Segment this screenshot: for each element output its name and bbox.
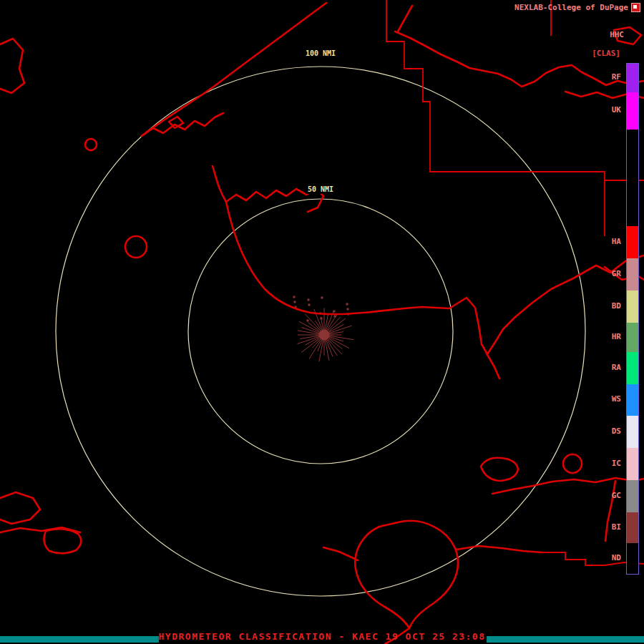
shoreline-right-edge bbox=[605, 481, 615, 541]
legend-swatch-UK bbox=[627, 92, 638, 130]
shape-bottomleft bbox=[0, 492, 40, 524]
legend-swatch-HA bbox=[627, 226, 638, 258]
echo-speck bbox=[333, 311, 335, 312]
lake-circle-small bbox=[85, 139, 97, 150]
legend-label-GC: GC bbox=[612, 492, 621, 500]
echo-ray bbox=[326, 336, 353, 340]
echo-speck bbox=[307, 320, 308, 321]
legend-swatch-BD bbox=[627, 291, 638, 323]
status-bar: HYDROMETEOR CLASSIFICATION - KAEC 19 OCT… bbox=[0, 631, 644, 644]
shoreline-bottomright bbox=[492, 478, 644, 494]
legend-label-BD: BD bbox=[612, 302, 621, 311]
cod-logo-icon bbox=[631, 3, 640, 12]
echo-speck bbox=[347, 308, 348, 310]
brand-title: NEXLAB-College of DuPage bbox=[514, 3, 628, 12]
echo-speck bbox=[293, 296, 295, 298]
legend-label-WS: WS bbox=[612, 395, 621, 404]
legend-swatch-ND bbox=[627, 543, 638, 574]
legend-swatch-BI bbox=[627, 512, 638, 543]
legend-swatch-gap bbox=[627, 130, 638, 226]
lake-outline bbox=[355, 521, 458, 628]
legend-label-RF: RF bbox=[612, 73, 621, 82]
coastline-spur-top bbox=[398, 6, 412, 31]
legend-swatch-RA bbox=[627, 352, 638, 384]
lake-circle-mid bbox=[125, 236, 147, 258]
echo-speck bbox=[321, 297, 323, 298]
radar-viewport: NEXLAB-College of DuPage HHC [CLAS] 100 … bbox=[0, 0, 644, 644]
legend-swatch-RF bbox=[627, 64, 638, 92]
legend-label-RA: RA bbox=[612, 364, 621, 372]
ring-label-50nmi: 50 NMI bbox=[306, 185, 336, 194]
legend-label-BI: BI bbox=[612, 523, 621, 532]
echo-ray bbox=[319, 337, 324, 361]
radar-map bbox=[0, 0, 644, 644]
echo-core bbox=[319, 330, 329, 340]
shoreline-lake-east bbox=[457, 546, 542, 552]
legend-swatch-GR bbox=[627, 258, 638, 291]
product-code-label: HHC bbox=[610, 30, 624, 39]
legend-swatch-GC bbox=[627, 480, 638, 512]
echo-speck bbox=[308, 304, 310, 306]
legend-label-HA: HA bbox=[612, 238, 621, 246]
coastline-arc-topleft bbox=[142, 3, 326, 136]
echo-ray bbox=[305, 314, 323, 333]
legend-label-DS: DS bbox=[612, 427, 621, 436]
echo-ray bbox=[325, 337, 329, 361]
lake-bottomleft bbox=[44, 529, 81, 553]
coastline-inlet-spur bbox=[487, 353, 499, 379]
legend-swatch-HR bbox=[627, 323, 638, 352]
lake-circle-right bbox=[563, 454, 582, 473]
status-rule-left bbox=[0, 636, 159, 643]
echo-speck bbox=[334, 316, 336, 317]
echo-ray bbox=[309, 337, 323, 359]
legend-swatch-IC bbox=[627, 448, 638, 480]
echo-ray bbox=[298, 331, 322, 335]
echo-speck bbox=[346, 303, 348, 305]
island-bottomright bbox=[481, 458, 518, 481]
legend-color-bar bbox=[626, 63, 639, 575]
lake-connector bbox=[323, 547, 358, 560]
echo-speck bbox=[321, 318, 322, 319]
legend-label-GR: GR bbox=[612, 270, 621, 278]
coastline-topright bbox=[395, 31, 644, 87]
legend-label-HR: HR bbox=[612, 333, 621, 341]
shape-lefttop bbox=[0, 39, 24, 93]
legend-label-ND: ND bbox=[612, 554, 621, 562]
legend-label-IC: IC bbox=[612, 459, 621, 468]
echo-speck bbox=[294, 301, 296, 303]
boundary-stairstep-topright bbox=[386, 0, 644, 180]
status-rule-right bbox=[487, 636, 644, 643]
classification-label: [CLAS] bbox=[592, 49, 620, 58]
legend-swatch-DS bbox=[627, 416, 638, 448]
ring-label-100nmi: 100 NMI bbox=[303, 49, 338, 58]
legend-swatch-WS bbox=[627, 384, 638, 416]
echo-starburst bbox=[293, 296, 353, 361]
status-text: HYDROMETEOR CLASSIFICATION - KAEC 19 OCT… bbox=[158, 631, 485, 642]
echo-speck bbox=[308, 299, 309, 301]
coastline-main bbox=[226, 202, 644, 354]
echo-ray bbox=[326, 336, 350, 348]
legend-label-UK: UK bbox=[612, 106, 621, 114]
